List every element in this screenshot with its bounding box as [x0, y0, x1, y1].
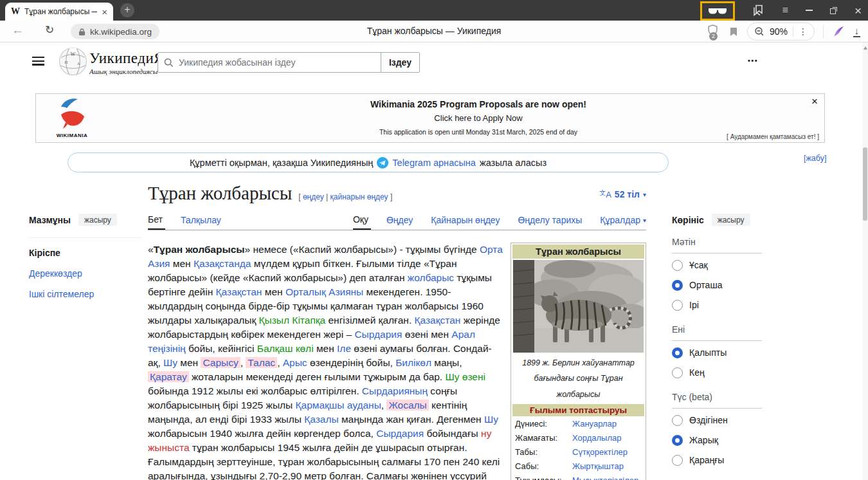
- bookmark-icon[interactable]: [728, 26, 739, 37]
- inline-link[interactable]: Шу өзені: [446, 371, 485, 382]
- more-options-icon[interactable]: ⋮: [799, 26, 808, 37]
- toc-item[interactable]: Кіріспе: [29, 246, 141, 260]
- protect-button[interactable]: 2: [707, 24, 720, 39]
- inline-link[interactable]: қайнарын өңдеу: [330, 192, 388, 201]
- glasses-icon: [708, 6, 727, 15]
- inline-link[interactable]: Қармақшы ауданы: [296, 400, 381, 411]
- tab-close-icon[interactable]: ×: [102, 7, 107, 17]
- header-more-icon[interactable]: •••: [748, 57, 758, 64]
- downloads-button[interactable]: ↓: [853, 26, 860, 37]
- wikipedia-logo[interactable]: W И A: [59, 47, 87, 78]
- tab-label: Құралдар: [600, 215, 640, 225]
- window-close-button[interactable]: ×: [854, 5, 862, 17]
- caspian-tiger-photo[interactable]: [513, 260, 644, 353]
- article-tab[interactable]: Қайнарын өңдеу: [431, 214, 502, 230]
- inline-link[interactable]: Сырдарияның: [362, 385, 428, 396]
- minimize-button[interactable]: [806, 10, 813, 11]
- search-input[interactable]: [179, 57, 375, 68]
- taxonomy-value-link[interactable]: Хордалылар: [572, 433, 621, 443]
- tab-label: Бет: [148, 214, 163, 225]
- inline-link[interactable]: Сарысу: [201, 357, 240, 368]
- inline-link[interactable]: Іле: [337, 343, 351, 354]
- restore-button[interactable]: [830, 7, 837, 14]
- radio-option[interactable]: Жарық: [672, 432, 762, 448]
- inline-link[interactable]: Қызыл Кітапқа: [259, 315, 326, 326]
- radio-option[interactable]: Орташа: [672, 277, 762, 293]
- inline-link[interactable]: өңдеу: [303, 192, 324, 201]
- inline-link[interactable]: Сырдария: [354, 329, 402, 340]
- tiger-photo-illustration: [513, 260, 644, 353]
- banner-translate-link[interactable]: [ Аудармамен қамтамасыз ет! ]: [727, 133, 819, 140]
- wiki-menu-icon[interactable]: [32, 57, 44, 66]
- toc-hide-button[interactable]: жасыру: [78, 214, 117, 226]
- radio-option[interactable]: Кең: [672, 364, 762, 381]
- inline-link[interactable]: Қаратау: [148, 371, 189, 382]
- inline-link[interactable]: Қазақстан: [216, 286, 262, 297]
- text-run: жолбарысын 1940 жылға дейін көргендер бо…: [148, 428, 376, 439]
- toc-item[interactable]: Дереккөздер: [29, 266, 141, 281]
- telegram-channel-link[interactable]: Telegram арнасына: [392, 158, 476, 168]
- text-run: бойындағы: [424, 428, 481, 439]
- article-tab[interactable]: Өңдеу: [386, 214, 415, 230]
- toc-item-label: Ішкі сілтемелер: [29, 289, 94, 299]
- inline-link[interactable]: Орталық Азияны: [285, 286, 363, 297]
- search-button[interactable]: Іздеу: [381, 53, 419, 72]
- taxonomy-value-link[interactable]: Сүтқоректілер: [572, 447, 628, 457]
- article-tab[interactable]: Құралдар▾: [600, 214, 646, 230]
- appearance-hide-button[interactable]: жасыру: [712, 214, 750, 226]
- inline-link[interactable]: Шу: [163, 357, 177, 368]
- tab-label: Өңделу тарихы: [518, 215, 582, 225]
- telegram-icon: [377, 157, 388, 169]
- quill-pen-icon[interactable]: [832, 25, 845, 38]
- svg-text:W: W: [70, 51, 75, 57]
- zoom-level: 90%: [770, 26, 788, 37]
- page-scrollbar[interactable]: [862, 42, 868, 480]
- inline-link[interactable]: Жосалы: [386, 400, 428, 411]
- scrollbar-thumb[interactable]: [863, 147, 867, 221]
- radio-option[interactable]: Ірі: [672, 297, 762, 313]
- inline-link[interactable]: Арыс: [283, 357, 307, 368]
- radio-option[interactable]: Өздігінен: [672, 412, 762, 429]
- appearance-panel: Көрініс жасыру Мәтін Ұсақ Орташа Ірі Ені…: [672, 214, 762, 468]
- inline-link[interactable]: Шу: [484, 414, 498, 425]
- text-run: бойы, кейінгісі: [186, 343, 257, 354]
- article-tab[interactable]: Өңделу тарихы: [518, 214, 584, 230]
- radio-option[interactable]: Ұсақ: [672, 257, 762, 273]
- inline-link[interactable]: Қазақстан: [415, 315, 461, 326]
- taxonomy-value-link[interactable]: Жануарлар: [572, 419, 617, 429]
- taxobox-section-header: Ғылыми топтастыруы: [512, 404, 644, 416]
- taxonomy-value-link[interactable]: Мысықтәрізділер: [572, 475, 638, 480]
- scrollbar-up-arrow[interactable]: [863, 46, 867, 50]
- language-selector[interactable]: 文A 52 тіл ▾: [599, 189, 646, 199]
- taxonomy-rank: Тұқымдасы:: [515, 475, 572, 480]
- search-field[interactable]: [158, 53, 381, 72]
- inline-link[interactable]: Қазалы: [304, 414, 338, 425]
- notice-close-link[interactable]: [жабу]: [804, 154, 826, 163]
- inline-link[interactable]: Қазақстанда: [194, 258, 251, 269]
- toc-item[interactable]: Ішкі сілтемелер: [29, 287, 141, 301]
- browser-menu-button[interactable]: ≡: [782, 5, 788, 16]
- appearance-group-heading: Мәтін: [672, 237, 762, 254]
- inline-link[interactable]: Билікөл: [395, 357, 431, 368]
- article-tab[interactable]: Бет: [148, 214, 165, 230]
- article-tab[interactable]: Талқылау: [181, 214, 224, 230]
- taxonomy-value-link[interactable]: Жыртқыштар: [572, 461, 624, 471]
- wikipedia-wordmark[interactable]: УикипедиЯ Ашық энциклопедиясы: [89, 50, 164, 75]
- incognito-glasses-highlight[interactable]: [700, 1, 735, 21]
- radio-option[interactable]: Қараңғы: [672, 452, 762, 468]
- text-run: маңында жан қиған. Дегенмен: [339, 414, 484, 425]
- wikipedia-globe-icon: W И A: [59, 47, 87, 76]
- browser-tab[interactable]: W Тұран жолбарысы — У ×: [5, 3, 113, 21]
- inline-link[interactable]: Талас: [246, 357, 277, 368]
- inline-link[interactable]: Балқаш көлі: [257, 343, 314, 354]
- text-run: ]: [388, 192, 393, 201]
- collections-button[interactable]: [752, 5, 765, 16]
- zoom-control[interactable]: 90% ⋮: [747, 23, 815, 41]
- text-run: [: [298, 192, 303, 201]
- inline-link[interactable]: Сырдария: [376, 428, 424, 439]
- radio-option[interactable]: Қалыпты: [672, 344, 762, 361]
- article-tab[interactable]: Оқу: [353, 214, 371, 230]
- new-tab-button[interactable]: +: [120, 3, 134, 17]
- inline-link[interactable]: жолбарыс: [408, 272, 454, 283]
- banner-apply-link[interactable]: Click here to Apply Now: [132, 113, 824, 123]
